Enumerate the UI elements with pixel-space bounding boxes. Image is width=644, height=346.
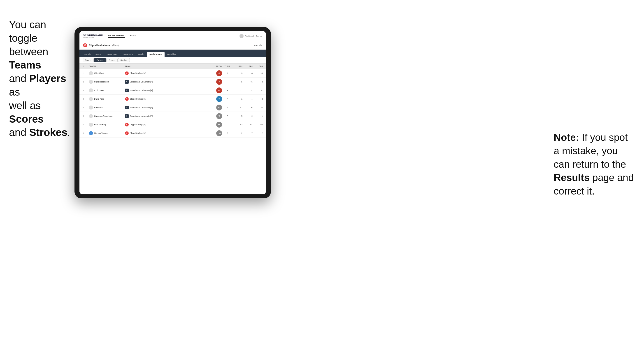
tab-tee-groups[interactable]: Tee Groups — [120, 52, 136, 57]
annotation-strokes-bold: Strokes — [29, 127, 68, 138]
table-row[interactable]: 8 Marcus Turners C Clippd College [A] +1… — [80, 129, 266, 138]
note-text2: a mistake, you — [554, 145, 618, 156]
row-rank: 5 — [82, 106, 89, 109]
note-text4: page and — [590, 172, 634, 183]
rd2-val: +7 — [242, 132, 252, 134]
nav-right: Test User | Sign out — [240, 34, 262, 38]
table-header: # PLAYER TEAM TOTAL THRU RD1 RD2 RD3 — [80, 64, 266, 69]
team-info: S Scoreboard University [A] — [125, 114, 208, 118]
player-avatar — [89, 123, 93, 127]
annotation-teams-bold: Teams — [9, 59, 41, 71]
team-name: Scoreboard University [A] — [130, 115, 153, 117]
col-header-rd3: RD3 — [252, 65, 263, 67]
tablet-screen: SCOREBOARD Powered by clippd TOURNAMENTS… — [80, 31, 266, 194]
tab-details[interactable]: Details — [82, 52, 93, 57]
team-name: Clippd College [A] — [130, 124, 146, 126]
rd2-val: -6 — [242, 72, 252, 74]
note-text3: can return to the — [554, 159, 626, 170]
row-rank: 4 — [82, 98, 89, 100]
player-avatar — [89, 114, 93, 118]
tab-leaderboards[interactable]: Leaderboards — [147, 52, 165, 57]
total-col: +6 — [208, 113, 222, 119]
col-header-player: PLAYER — [89, 65, 125, 67]
score-badge: E — [216, 96, 222, 102]
team-logo-icon: S — [125, 106, 129, 109]
tournament-header: C Clippd Invitational (Men) Cancel × — [80, 41, 266, 50]
score-badge: +1 — [216, 105, 222, 110]
player-avatar — [89, 71, 93, 75]
team-info: S Scoreboard University [A] — [125, 106, 208, 109]
thru-val: F — [222, 89, 232, 92]
team-name: Clippd College [A] — [130, 98, 146, 100]
team-logo-icon: S — [125, 114, 129, 118]
table-row[interactable]: 7 Blair McHarg C Clippd College [A] +8 F… — [80, 120, 266, 129]
team-name: Scoreboard University [A] — [130, 81, 153, 83]
sign-out-link[interactable]: Sign out — [256, 35, 262, 37]
player-avatar — [89, 106, 93, 110]
table-row[interactable]: 2 Chris Robertson S Scoreboard Universit… — [80, 78, 266, 86]
table-row[interactable]: 3 Rich Butler S Scoreboard University [A… — [80, 86, 266, 95]
tab-results[interactable]: Results — [136, 52, 147, 57]
scoreboard-logo: SCOREBOARD Powered by clippd — [83, 34, 103, 38]
note-text5: correct it. — [554, 185, 594, 196]
player-info: David Ford — [89, 97, 125, 101]
player-name: Marcus Turners — [94, 132, 108, 134]
team-logo-icon: S — [125, 80, 129, 84]
thru-val: F — [222, 81, 232, 83]
player-info: Elliot Ebert — [89, 71, 125, 75]
player-name: Cameron Robertson — [94, 115, 112, 117]
tab-course-setup[interactable]: Course Setup — [104, 52, 120, 57]
tournament-gender: (Men) — [112, 44, 119, 47]
rd1-val: +5 — [232, 115, 242, 117]
sub-tab-strokes[interactable]: Strokes — [118, 58, 130, 62]
powered-by-text: Powered by clippd — [83, 37, 103, 38]
team-logo-icon: C — [125, 97, 129, 101]
table-row[interactable]: 4 David Ford C Clippd College [A] E F +1… — [80, 95, 266, 103]
player-avatar — [89, 97, 93, 101]
table-row[interactable]: 5 Rees Britt S Scoreboard University [A]… — [80, 103, 266, 112]
thru-val: F — [222, 98, 232, 100]
thru-val: F — [222, 72, 232, 74]
rd3-val: -5 — [252, 72, 263, 74]
tablet-frame: SCOREBOARD Powered by clippd TOURNAMENTS… — [74, 27, 271, 198]
tournament-name: Clippd Invitational — [89, 44, 110, 47]
rd1-val: +1 — [232, 98, 242, 100]
tab-printables[interactable]: Printables — [164, 52, 178, 57]
rd2-val: +1 — [242, 124, 252, 126]
table-body: 1 Elliot Ebert C Clippd College [A] -8 F… — [80, 69, 266, 138]
rd3-val: +3 — [252, 98, 263, 100]
nav-teams[interactable]: TEAMS — [128, 34, 136, 38]
team-logo-icon: C — [125, 123, 129, 127]
team-info: C Clippd College [A] — [125, 97, 208, 101]
user-avatar — [240, 34, 244, 38]
cancel-button[interactable]: Cancel × — [254, 44, 262, 46]
col-header-team: TEAM — [125, 65, 208, 67]
col-header-rd1: RD1 — [232, 65, 242, 67]
sub-tab-teams[interactable]: Teams — [82, 58, 94, 62]
tournament-c-icon: C — [83, 43, 87, 47]
rd1-val: +3 — [232, 72, 242, 74]
total-col: +8 — [208, 122, 222, 128]
player-name: Rees Britt — [94, 106, 103, 109]
sub-tab-scores[interactable]: Scores — [106, 58, 118, 62]
sub-tab-players[interactable]: Players — [94, 58, 106, 62]
team-name: Clippd College [A] — [130, 132, 146, 134]
row-rank: 2 — [82, 81, 89, 83]
rd3-val: -1 — [252, 89, 263, 92]
rd2-val: -2 — [242, 89, 252, 92]
rd1-val: +2 — [232, 132, 242, 134]
table-row[interactable]: 1 Elliot Ebert C Clippd College [A] -8 F… — [80, 69, 266, 78]
annotation-line1: You can toggle — [9, 19, 46, 44]
row-rank: 7 — [82, 124, 89, 126]
rd2-val: +2 — [242, 115, 252, 117]
total-col: E — [208, 96, 222, 102]
thru-val: F — [222, 106, 232, 109]
team-info: C Clippd College [A] — [125, 123, 208, 127]
total-col: -8 — [208, 70, 222, 76]
team-logo-icon: C — [125, 71, 129, 75]
col-header-total: TOTAL — [208, 65, 222, 67]
tab-teams[interactable]: Teams — [93, 52, 104, 57]
user-name: Test User | — [245, 35, 254, 37]
table-row[interactable]: 6 Cameron Robertson S Scoreboard Univers… — [80, 112, 266, 120]
nav-tournaments[interactable]: TOURNAMENTS — [108, 34, 124, 38]
